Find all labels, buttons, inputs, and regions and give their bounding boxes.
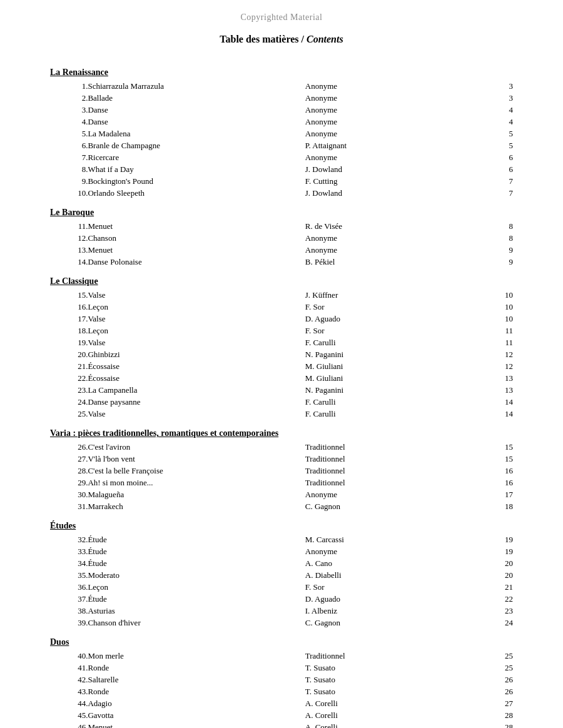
item-title: Étude xyxy=(88,533,305,545)
item-composer: N. Paganini xyxy=(305,384,475,396)
item-title: Chanson xyxy=(88,232,305,244)
item-number: 3. xyxy=(50,104,88,116)
item-composer: F. Carulli xyxy=(305,408,475,420)
item-page: 11 xyxy=(475,336,513,348)
item-title: V'là l'bon vent xyxy=(88,453,305,465)
section-heading: La Renaissance xyxy=(50,68,108,77)
item-title: Ricercare xyxy=(88,151,305,163)
table-row: 16.LeçonF. Sor10 xyxy=(50,301,513,313)
item-composer: A. Corelli xyxy=(305,709,475,721)
item-page: 26 xyxy=(475,685,513,697)
item-composer: Anonyme xyxy=(305,488,475,500)
item-title: Malagueña xyxy=(88,488,305,500)
item-number: 40. xyxy=(50,650,88,662)
section-heading-row: Le Baroque xyxy=(50,199,513,220)
item-number: 1. xyxy=(50,80,88,92)
item-title: Ah! si mon moine... xyxy=(88,477,305,488)
item-title: Ronde xyxy=(88,662,305,674)
table-row: 9.Bockington's PoundF. Cutting7 xyxy=(50,175,513,187)
item-composer: Anonyme xyxy=(305,104,475,116)
item-title: La Madalena xyxy=(88,128,305,139)
item-number: 6. xyxy=(50,139,88,151)
item-title: Ghinbizzi xyxy=(88,348,305,360)
item-title: Menuet xyxy=(88,220,305,232)
item-number: 33. xyxy=(50,545,88,557)
item-number: 37. xyxy=(50,593,88,605)
item-title: Orlando Sleepeth xyxy=(88,187,305,199)
item-composer: Traditionnel xyxy=(305,453,475,465)
item-page: 6 xyxy=(475,151,513,163)
item-number: 38. xyxy=(50,605,88,617)
item-title: Saltarelle xyxy=(88,674,305,685)
item-page: 18 xyxy=(475,500,513,512)
item-composer: Traditionnel xyxy=(305,650,475,662)
table-row: 4.DanseAnonyme4 xyxy=(50,116,513,128)
table-row: 37.ÉtudeD. Aguado22 xyxy=(50,593,513,605)
table-row: 22.ÉcossaiseM. Giuliani13 xyxy=(50,372,513,384)
item-page: 7 xyxy=(475,187,513,199)
table-row: 25.ValseF. Carulli14 xyxy=(50,408,513,420)
item-composer: T. Susato xyxy=(305,662,475,674)
item-page: 25 xyxy=(475,662,513,674)
page: Copyrighted Material Table des matières … xyxy=(0,0,563,728)
table-row: 38.AsturiasI. Albeniz23 xyxy=(50,605,513,617)
item-number: 9. xyxy=(50,175,88,187)
item-number: 21. xyxy=(50,360,88,372)
item-number: 43. xyxy=(50,685,88,697)
item-number: 7. xyxy=(50,151,88,163)
item-composer: A. Corelli xyxy=(305,697,475,709)
item-title: Menuet xyxy=(88,721,305,728)
item-number: 31. xyxy=(50,500,88,512)
item-page: 16 xyxy=(475,465,513,477)
copyright-text: Copyrighted Material xyxy=(50,13,513,23)
item-page: 3 xyxy=(475,80,513,92)
item-title: Moderato xyxy=(88,569,305,581)
section-heading: Le Baroque xyxy=(50,208,94,217)
item-composer: J. Dowland xyxy=(305,163,475,175)
item-composer: M. Carcassi xyxy=(305,533,475,545)
item-number: 36. xyxy=(50,581,88,593)
item-number: 27. xyxy=(50,453,88,465)
item-composer: Traditionnel xyxy=(305,441,475,453)
item-page: 16 xyxy=(475,477,513,488)
item-page: 21 xyxy=(475,581,513,593)
item-composer: F. Sor xyxy=(305,581,475,593)
item-page: 12 xyxy=(475,360,513,372)
table-row: 32.ÉtudeM. Carcassi19 xyxy=(50,533,513,545)
section-heading: Le Classique xyxy=(50,276,98,286)
item-composer: C. Gagnon xyxy=(305,500,475,512)
item-page: 19 xyxy=(475,545,513,557)
table-row: 19.ValseF. Carulli11 xyxy=(50,336,513,348)
table-row: 30.MalagueñaAnonyme17 xyxy=(50,488,513,500)
table-row: 17.ValseD. Aguado10 xyxy=(50,313,513,325)
item-composer: Anonyme xyxy=(305,128,475,139)
item-number: 29. xyxy=(50,477,88,488)
item-number: 30. xyxy=(50,488,88,500)
table-row: 12.ChansonAnonyme8 xyxy=(50,232,513,244)
table-row: 6.Branle de ChampagneP. Attaignant5 xyxy=(50,139,513,151)
item-number: 16. xyxy=(50,301,88,313)
item-composer: A. Diabelli xyxy=(305,569,475,581)
item-title: Leçon xyxy=(88,581,305,593)
item-title: Danse xyxy=(88,104,305,116)
item-page: 5 xyxy=(475,139,513,151)
item-composer: Traditionnel xyxy=(305,477,475,488)
item-title: Valse xyxy=(88,313,305,325)
item-composer: Anonyme xyxy=(305,92,475,104)
item-number: 20. xyxy=(50,348,88,360)
item-composer: Anonyme xyxy=(305,116,475,128)
item-number: 35. xyxy=(50,569,88,581)
item-number: 26. xyxy=(50,441,88,453)
item-composer: Anonyme xyxy=(305,232,475,244)
item-number: 15. xyxy=(50,289,88,301)
item-page: 4 xyxy=(475,104,513,116)
table-row: 8.What if a DayJ. Dowland6 xyxy=(50,163,513,175)
item-composer: M. Giuliani xyxy=(305,372,475,384)
item-page: 15 xyxy=(475,453,513,465)
table-row: 44.AdagioA. Corelli27 xyxy=(50,697,513,709)
section-heading-row: Études xyxy=(50,512,513,533)
item-number: 18. xyxy=(50,325,88,336)
table-row: 29.Ah! si mon moine...Traditionnel16 xyxy=(50,477,513,488)
section-heading-row: Le Classique xyxy=(50,268,513,289)
item-number: 8. xyxy=(50,163,88,175)
